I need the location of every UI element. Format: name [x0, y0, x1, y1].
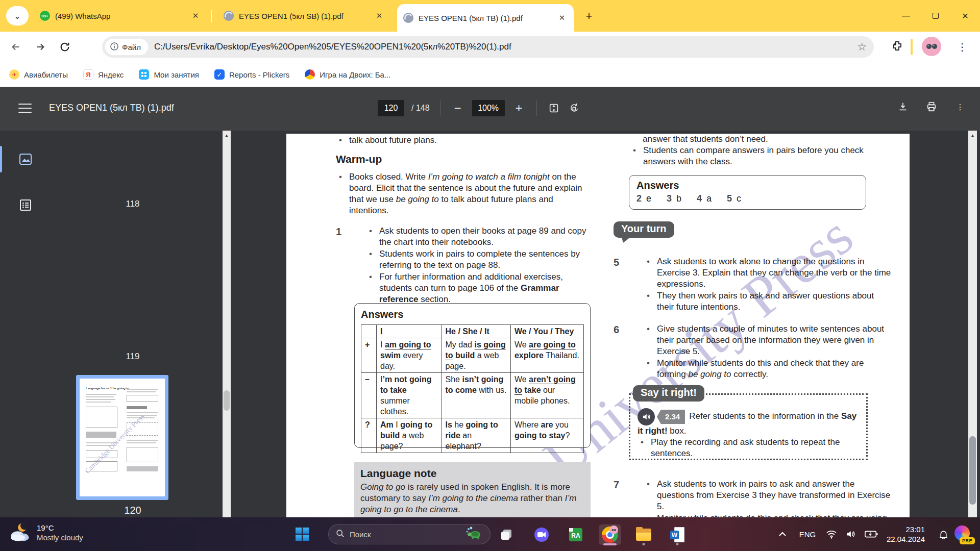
weather-widget[interactable]: 19°C Mostly cloudy: [8, 521, 83, 544]
download-icon[interactable]: [896, 100, 910, 113]
speaker-icon[interactable]: [638, 408, 655, 425]
tab-close-icon[interactable]: ✕: [190, 10, 201, 21]
fit-to-page-button[interactable]: [547, 102, 560, 115]
table-header: [361, 325, 377, 338]
toolbar-divider: [536, 101, 537, 116]
wifi-icon[interactable]: [822, 530, 841, 539]
start-button[interactable]: [293, 525, 311, 543]
file-explorer-icon[interactable]: [632, 524, 655, 545]
scroll-up-icon[interactable]: ▲: [223, 131, 231, 140]
pdf-menu-icon[interactable]: [18, 102, 32, 114]
main-scrollbar[interactable]: ▲: [968, 131, 977, 517]
exercise-5: 5 Ask students to work alone to change t…: [614, 256, 893, 313]
tab-pdf-sb[interactable]: EYES OPEN1 (5кл SB) (1).pdf ✕: [217, 0, 391, 32]
tray-chevron-icon[interactable]: [772, 532, 793, 537]
page-number-input[interactable]: [378, 100, 404, 116]
search-placeholder: Поиск: [350, 530, 460, 539]
volume-icon[interactable]: [841, 529, 860, 539]
address-bar[interactable]: Файл ☆: [102, 36, 874, 58]
url-input[interactable]: [154, 42, 857, 52]
tab-pdf-tb-active[interactable]: EYES OPEN1 (5кл TB) (1).pdf ✕: [397, 4, 574, 32]
tab-close-icon[interactable]: ✕: [374, 10, 385, 21]
bookmark-aviabilety[interactable]: ✈Авиабилеты: [9, 69, 68, 80]
exercise-number: 5: [614, 256, 644, 313]
chrome-app-icon[interactable]: [599, 524, 621, 545]
scrollbar-thumb[interactable]: [224, 390, 230, 411]
profile-avatar[interactable]: [922, 37, 941, 56]
notification-bell-icon[interactable]: [932, 529, 954, 540]
pdf-toolbar: EYES OPEN1 (5кл TB) (1).pdf / 148 − 100%…: [0, 87, 980, 131]
taskbar: 19°C Mostly cloudy Поиск: [0, 517, 980, 551]
browser-menu-icon[interactable]: ⋮: [954, 38, 970, 56]
bookmark-star-icon[interactable]: ☆: [857, 41, 867, 53]
tab-separator: [211, 10, 212, 22]
tab-close-icon[interactable]: ✕: [556, 12, 568, 23]
language-note-body: Going to go is rarely used in spoken Eng…: [360, 482, 584, 515]
clock[interactable]: 23:01 22.04.2024: [887, 524, 925, 544]
tab-search-button[interactable]: ⌄: [6, 6, 29, 26]
close-button[interactable]: ✕: [950, 0, 980, 32]
table-header: We / You / They: [510, 325, 583, 338]
browser-toolbar: Файл ☆ ⋮: [0, 32, 980, 62]
extensions-icon[interactable]: [891, 40, 903, 54]
language-note-title: Language note: [360, 467, 584, 480]
scrollbar-thumb[interactable]: [969, 436, 976, 505]
copilot-icon[interactable]: PRE: [954, 525, 972, 543]
say-it-right-label: Say it right!: [633, 385, 704, 402]
pdf-action-icons: ⋮: [896, 100, 967, 113]
thumbnails-panel-icon[interactable]: [15, 149, 36, 169]
pdf-viewer: 118 119 Language focus 1 be going to: [0, 131, 980, 517]
table-cell: Am I going to build a web page?: [377, 418, 442, 453]
bookmark-yandex[interactable]: ЯЯндекс: [83, 69, 124, 80]
maximize-button[interactable]: [921, 0, 950, 32]
pdf-document-title: EYES OPEN1 (5кл TB) (1).pdf: [49, 103, 174, 113]
your-turn-label: Your turn: [614, 221, 674, 238]
battery-icon[interactable]: [860, 530, 883, 538]
answers-title: Answers: [361, 309, 584, 320]
back-button[interactable]: [7, 38, 24, 56]
table-sign: –: [361, 373, 377, 418]
game-icon: [305, 69, 315, 80]
answers-row: 2e 3b 4a 5c: [636, 193, 859, 204]
reload-button[interactable]: [56, 38, 74, 56]
sidebar-rail: [0, 131, 43, 517]
tab-whatsapp[interactable]: 99+ (499) WhatsApp ✕: [34, 0, 207, 32]
weather-condition: Mostly cloudy: [37, 533, 83, 542]
video-chat-app-icon[interactable]: [530, 524, 553, 545]
sidebar-scrollbar[interactable]: ▲: [223, 131, 231, 517]
task-view-button[interactable]: [495, 524, 518, 545]
language-indicator[interactable]: ENG: [793, 530, 822, 539]
thumbnail-label-120[interactable]: 120: [43, 505, 223, 516]
bookmark-moi-zanyatiya[interactable]: Мои занятия: [139, 69, 199, 80]
bookmark-plickers[interactable]: ✓Reports - Plickers: [214, 69, 289, 80]
rotate-button[interactable]: [568, 102, 581, 115]
warmup-heading: Warm-up: [336, 153, 382, 165]
site-info-chip[interactable]: Файл: [105, 39, 148, 55]
zoom-in-button[interactable]: +: [512, 101, 526, 115]
thumbnail-label-118[interactable]: 118: [43, 199, 223, 209]
print-icon[interactable]: [925, 100, 938, 113]
bookmark-game[interactable]: Игра на Двоих: Ба...: [305, 69, 390, 80]
outline-panel-icon[interactable]: [15, 195, 36, 215]
forward-button[interactable]: [32, 38, 49, 56]
new-tab-button[interactable]: +: [582, 9, 596, 23]
answers-box-exercise: Answers 2e 3b 4a 5c: [629, 175, 866, 210]
thumbnail-label-119[interactable]: 119: [43, 352, 223, 362]
tab-title: EYES OPEN1 (5кл TB) (1).pdf: [419, 14, 551, 22]
search-icon: [336, 529, 345, 540]
scroll-up-icon[interactable]: ▲: [968, 131, 977, 140]
minimize-button[interactable]: —: [891, 0, 921, 32]
warmup-bullets: Books closed. Write I’m going to watch a…: [336, 171, 589, 217]
word-app-icon[interactable]: W: [666, 524, 689, 545]
more-options-icon[interactable]: ⋮: [953, 100, 967, 113]
taskbar-search[interactable]: Поиск: [328, 524, 491, 544]
exercise-number: 1: [336, 226, 366, 306]
thumbnail-page-image: Language focus 1 be going to: [80, 379, 165, 496]
grammar-table: I He / She / It We / You / They + I am g…: [361, 324, 584, 453]
ra-app-icon[interactable]: RA: [565, 524, 587, 545]
zoom-out-button[interactable]: −: [451, 101, 465, 115]
copilot-pre-badge: PRE: [960, 537, 975, 544]
table-header: I: [377, 325, 442, 338]
thumbnail-page-120[interactable]: Language focus 1 be going to: [76, 375, 168, 500]
zoom-level[interactable]: 100%: [472, 100, 505, 116]
